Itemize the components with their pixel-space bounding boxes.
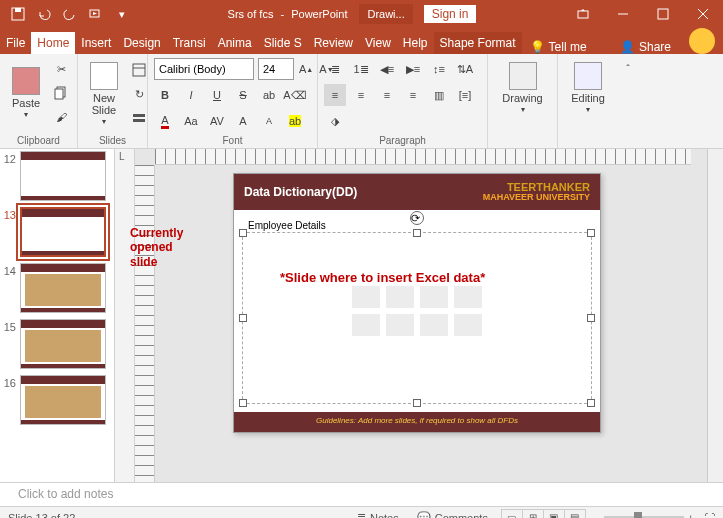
shadow-button[interactable]: ab (258, 84, 280, 106)
slide-canvas-area[interactable]: Data Dictionary(DD) TEERTHANKER MAHAVEER… (135, 149, 707, 482)
insert-3d-icon[interactable] (454, 286, 482, 308)
tell-me[interactable]: 💡 Tell me (522, 40, 595, 54)
share-button[interactable]: 👤 Share (610, 40, 681, 54)
notes-toggle[interactable]: ≣ Notes (353, 511, 403, 518)
resize-handle[interactable] (587, 314, 595, 322)
tab-transitions[interactable]: Transi (167, 32, 212, 54)
resize-handle[interactable] (413, 229, 421, 237)
slide[interactable]: Data Dictionary(DD) TEERTHANKER MAHAVEER… (233, 173, 601, 433)
tab-slideshow[interactable]: Slide S (258, 32, 308, 54)
tab-home[interactable]: Home (31, 32, 75, 54)
slide-thumbnails[interactable]: 12 13 14 15 16 (0, 149, 115, 482)
tab-file[interactable]: File (0, 32, 31, 54)
maximize-icon[interactable] (643, 0, 683, 28)
font-color-icon[interactable]: A (154, 110, 176, 132)
slideshow-view-icon[interactable]: ▤ (564, 509, 586, 519)
redo-icon[interactable] (58, 2, 82, 26)
insert-online-picture-icon[interactable] (386, 314, 414, 336)
section-icon[interactable] (128, 107, 150, 129)
insert-picture-icon[interactable] (352, 314, 380, 336)
drawing-button[interactable]: Drawing ▾ (494, 58, 551, 119)
insert-table-icon[interactable] (352, 286, 380, 308)
zoom-out-icon[interactable]: - (596, 512, 600, 519)
tab-shape-format[interactable]: Shape Format (434, 32, 522, 54)
comments-toggle[interactable]: 💬 Comments (413, 511, 492, 518)
zoom-control[interactable]: - + ⛶ (596, 512, 715, 519)
convert-smartart-icon[interactable]: ⬗ (324, 110, 346, 132)
ribbon-options-icon[interactable] (563, 0, 603, 28)
minimize-icon[interactable] (603, 0, 643, 28)
reset-icon[interactable]: ↻ (128, 83, 150, 105)
thumb-13[interactable]: 13 (2, 207, 112, 257)
change-case-icon[interactable]: Aa (180, 110, 202, 132)
resize-handle[interactable] (587, 229, 595, 237)
resize-handle[interactable] (239, 314, 247, 322)
line-spacing-icon[interactable]: ↕≡ (428, 58, 450, 80)
strike-button[interactable]: S (232, 84, 254, 106)
start-from-beginning-icon[interactable] (84, 2, 108, 26)
tab-insert[interactable]: Insert (75, 32, 117, 54)
increase-font-icon[interactable]: A▲ (298, 58, 314, 80)
insert-video-icon[interactable] (420, 314, 448, 336)
normal-view-icon[interactable]: ▭ (501, 509, 523, 519)
align-center-icon[interactable]: ≡ (350, 84, 372, 106)
cut-icon[interactable]: ✂ (50, 58, 72, 80)
notes-pane[interactable]: Click to add notes (0, 482, 723, 506)
justify-icon[interactable]: ≡ (402, 84, 424, 106)
char-spacing-icon[interactable]: AV (206, 110, 228, 132)
placeholder-icons[interactable] (352, 286, 482, 336)
feedback-smiley-icon[interactable] (689, 28, 715, 54)
format-painter-icon[interactable]: 🖌 (50, 106, 72, 128)
zoom-in-icon[interactable]: + (688, 512, 694, 519)
save-icon[interactable] (6, 2, 30, 26)
undo-icon[interactable] (32, 2, 56, 26)
highlight-icon[interactable]: ab (284, 110, 306, 132)
indent-increase-icon[interactable]: ▶≡ (402, 58, 424, 80)
fit-to-window-icon[interactable]: ⛶ (704, 512, 715, 519)
qat-customize-icon[interactable]: ▾ (110, 2, 134, 26)
thumb-12[interactable]: 12 (2, 151, 112, 201)
underline-button[interactable]: U (206, 84, 228, 106)
layout-icon[interactable] (128, 59, 150, 81)
insert-chart-icon[interactable] (386, 286, 414, 308)
font-size-grow-icon[interactable]: A (232, 110, 254, 132)
tab-help[interactable]: Help (397, 32, 434, 54)
font-name-select[interactable] (154, 58, 254, 80)
reading-view-icon[interactable]: ▣ (543, 509, 565, 519)
align-right-icon[interactable]: ≡ (376, 84, 398, 106)
insert-smartart-icon[interactable] (420, 286, 448, 308)
indent-decrease-icon[interactable]: ◀≡ (376, 58, 398, 80)
columns-icon[interactable]: ▥ (428, 84, 450, 106)
thumb-15[interactable]: 15 (2, 319, 112, 369)
bold-button[interactable]: B (154, 84, 176, 106)
editing-button[interactable]: Editing ▾ (564, 58, 612, 119)
text-direction-icon[interactable]: ⇅A (454, 58, 476, 80)
close-icon[interactable] (683, 0, 723, 28)
resize-handle[interactable] (239, 399, 247, 407)
bullets-icon[interactable]: ≣ (324, 58, 346, 80)
numbering-icon[interactable]: 1≣ (350, 58, 372, 80)
resize-handle[interactable] (413, 399, 421, 407)
vertical-scrollbar[interactable] (707, 149, 723, 482)
resize-handle[interactable] (239, 229, 247, 237)
resize-handle[interactable] (587, 399, 595, 407)
clear-format-icon[interactable]: A⌫ (284, 84, 306, 106)
tab-review[interactable]: Review (308, 32, 359, 54)
paste-button[interactable]: Paste ▾ (6, 63, 46, 124)
new-slide-button[interactable]: New Slide ▾ (84, 58, 124, 131)
thumb-16[interactable]: 16 (2, 375, 112, 425)
font-size-shrink-icon[interactable]: A (258, 110, 280, 132)
tab-design[interactable]: Design (117, 32, 166, 54)
tab-view[interactable]: View (359, 32, 397, 54)
copy-icon[interactable] (50, 82, 72, 104)
collapse-ribbon-icon[interactable]: ˆ (618, 58, 638, 80)
rotation-handle-icon[interactable]: ⟳ (410, 211, 424, 225)
sign-in-button[interactable]: Sign in (423, 4, 478, 24)
font-size-select[interactable] (258, 58, 294, 80)
thumb-14[interactable]: 14 (2, 263, 112, 313)
sorter-view-icon[interactable]: ⊞ (522, 509, 544, 519)
italic-button[interactable]: I (180, 84, 202, 106)
align-left-icon[interactable]: ≡ (324, 84, 346, 106)
tab-animations[interactable]: Anima (212, 32, 258, 54)
insert-icon-icon[interactable] (454, 314, 482, 336)
